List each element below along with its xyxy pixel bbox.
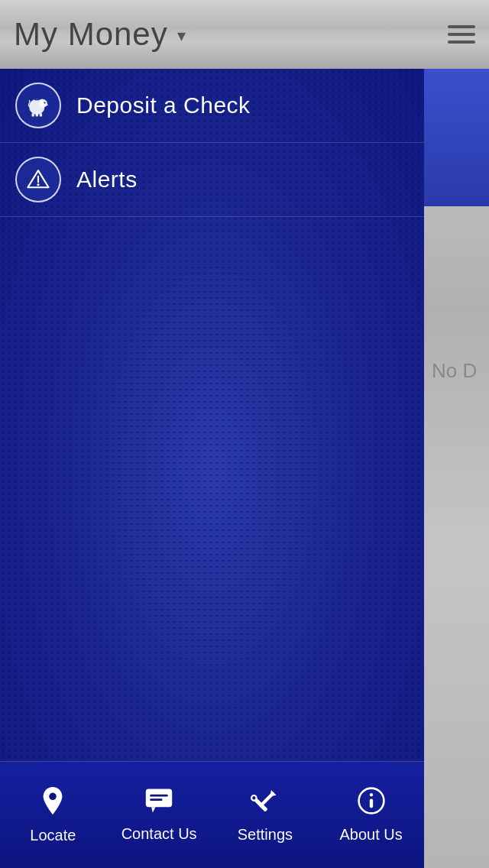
header-left: My Money ▾ [14,16,186,53]
dropdown-icon[interactable]: ▾ [177,26,186,46]
chat-icon [144,787,173,819]
svg-point-2 [40,99,44,102]
svg-rect-24 [369,798,372,808]
header: My Money ▾ [0,0,489,69]
settings-tab-label: Settings [238,826,293,844]
menu-item-alerts[interactable]: Alerts [0,143,424,217]
svg-rect-8 [40,113,42,116]
menu-items-list: Deposit a Check Alerts [0,69,424,217]
alert-triangle-svg [25,167,51,193]
svg-rect-3 [34,99,40,101]
main-container: Deposit a Check Alerts [0,69,489,868]
svg-point-5 [45,104,47,106]
menu-item-deposit-check[interactable]: Deposit a Check [0,69,424,143]
alert-icon [15,157,61,202]
piggy-bank-icon [15,83,61,128]
right-panel: No D [424,69,489,868]
tab-contact-us[interactable]: Contact Us [106,787,212,843]
svg-point-4 [44,102,45,104]
alerts-label: Alerts [76,167,138,193]
tab-bar: Locate Contact Us [0,761,424,868]
location-icon [39,785,66,821]
tab-settings[interactable]: Settings [212,786,319,844]
contact-us-tab-label: Contact Us [121,825,197,843]
info-icon [357,786,386,820]
svg-rect-6 [32,113,34,116]
menu-line-3 [448,40,475,44]
tab-locate[interactable]: Locate [0,785,106,844]
menu-line-2 [448,33,475,36]
tab-about-us[interactable]: About Us [318,786,424,844]
deposit-check-label: Deposit a Check [76,92,251,118]
svg-marker-14 [151,807,155,812]
about-us-tab-label: About Us [339,826,402,844]
svg-rect-13 [146,789,172,808]
right-panel-no-text: No D [432,359,477,383]
app-title: My Money [14,16,168,53]
settings-icon [251,786,280,820]
locate-tab-label: Locate [30,827,76,844]
menu-line-1 [448,25,475,28]
piggy-bank-svg [25,92,51,118]
svg-rect-7 [36,113,38,116]
svg-rect-16 [150,798,162,801]
svg-point-12 [50,793,57,801]
menu-panel: Deposit a Check Alerts [0,69,424,868]
svg-point-11 [37,183,39,186]
svg-rect-15 [150,795,168,797]
hamburger-menu-button[interactable] [448,25,475,44]
svg-point-23 [369,793,372,796]
right-panel-blue-section [424,69,489,206]
